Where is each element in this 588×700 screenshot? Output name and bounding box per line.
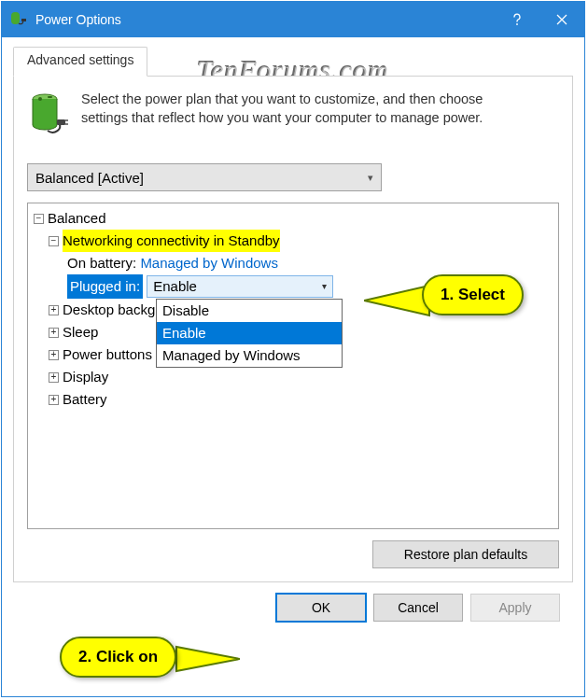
svg-rect-5 xyxy=(57,119,65,125)
ok-button[interactable]: OK xyxy=(276,594,366,622)
plugged-in-dropdown[interactable]: Enable ▾ xyxy=(147,275,333,298)
battery-large-icon xyxy=(27,91,68,147)
plan-dropdown-value: Balanced [Active] xyxy=(35,170,144,186)
tree-label: Balanced xyxy=(48,207,106,230)
tree-label: Battery xyxy=(63,388,107,411)
tree-label: Sleep xyxy=(63,321,98,343)
cancel-button[interactable]: Cancel xyxy=(373,594,463,622)
svg-rect-4 xyxy=(48,96,52,98)
tab-advanced-settings[interactable]: Advanced settings xyxy=(13,47,147,77)
settings-tree[interactable]: − Balanced − Networking connectivity in … xyxy=(27,203,559,529)
plugged-in-value: Enable xyxy=(153,275,197,298)
tree-setting-on-battery[interactable]: On battery: Managed by Windows xyxy=(67,252,553,274)
expand-icon[interactable]: + xyxy=(49,350,59,360)
tree-node-balanced[interactable]: − Balanced xyxy=(34,207,553,230)
intro-text: Select the power plan that you want to c… xyxy=(81,90,511,147)
tree-label: Display xyxy=(63,366,108,388)
restore-defaults-button[interactable]: Restore plan defaults xyxy=(372,540,559,568)
chevron-down-icon: ▾ xyxy=(368,172,373,184)
plugged-in-dropdown-list[interactable]: Disable Enable Managed by Windows xyxy=(156,299,343,368)
plan-dropdown[interactable]: Balanced [Active] ▾ xyxy=(27,163,382,191)
on-battery-label: On battery: xyxy=(67,252,136,274)
titlebar: Power Options xyxy=(2,2,584,37)
battery-plug-icon xyxy=(9,10,28,29)
svg-marker-8 xyxy=(364,286,429,315)
tree-label: Desktop backg xyxy=(63,299,155,321)
svg-point-3 xyxy=(38,97,42,101)
tree-label-highlighted: Networking connectivity in Standby xyxy=(63,230,280,252)
dialog-button-row: OK Cancel Apply xyxy=(13,582,573,629)
apply-button: Apply xyxy=(470,594,560,622)
svg-marker-9 xyxy=(176,647,240,671)
callout-click-on: 2. Click on xyxy=(60,637,176,678)
intro-block: Select the power plan that you want to c… xyxy=(27,90,559,147)
window-title: Power Options xyxy=(35,12,495,27)
tree-node-networking-standby[interactable]: − Networking connectivity in Standby xyxy=(49,230,553,252)
option-managed[interactable]: Managed by Windows xyxy=(157,344,342,367)
on-battery-value[interactable]: Managed by Windows xyxy=(140,252,278,274)
restore-row: Restore plan defaults xyxy=(27,540,559,568)
help-button[interactable] xyxy=(495,2,539,37)
callout-tail xyxy=(175,644,240,674)
expand-icon[interactable]: + xyxy=(49,328,59,338)
expand-icon[interactable]: + xyxy=(49,372,59,383)
callout-select: 1. Select xyxy=(422,274,524,315)
option-enable[interactable]: Enable xyxy=(157,322,342,344)
plugged-in-label: Plugged in: xyxy=(67,274,143,299)
power-options-window: Power Options TenForums.com Advanced set… xyxy=(1,1,585,697)
option-disable[interactable]: Disable xyxy=(157,300,342,322)
collapse-icon[interactable]: − xyxy=(49,236,59,246)
tree-node-battery[interactable]: + Battery xyxy=(49,388,553,411)
svg-point-1 xyxy=(516,23,518,25)
tree-node-display[interactable]: + Display xyxy=(49,366,553,388)
collapse-icon[interactable]: − xyxy=(34,214,44,224)
svg-rect-0 xyxy=(21,19,26,21)
tab-panel: Select the power plan that you want to c… xyxy=(13,76,573,582)
chevron-down-icon: ▾ xyxy=(322,275,327,298)
tab-strip: Advanced settings xyxy=(13,47,573,77)
expand-icon[interactable]: + xyxy=(49,395,59,405)
expand-icon[interactable]: + xyxy=(49,305,59,315)
close-button[interactable] xyxy=(539,2,584,37)
client-area: Advanced settings Select the xyxy=(2,37,584,640)
